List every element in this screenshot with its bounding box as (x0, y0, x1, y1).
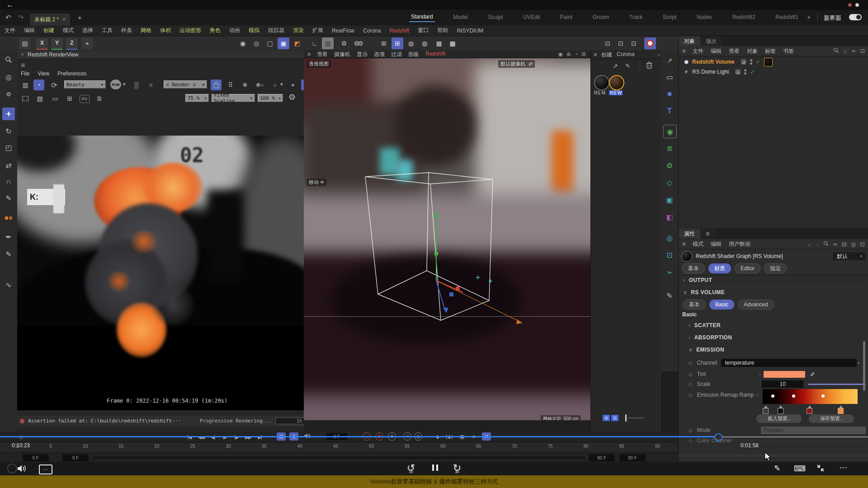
particles-tool-icon[interactable] (2, 211, 15, 224)
close-icon[interactable]: × (21, 52, 24, 58)
shader-tab[interactable]: Editor (735, 263, 760, 273)
materials-menu-item[interactable]: Corona (617, 51, 634, 59)
menu-item[interactable]: 窗口 (418, 27, 429, 34)
brush-tool-icon[interactable]: ✒ (2, 230, 15, 243)
layout-tab[interactable]: Sculpt (486, 13, 505, 22)
hamburger-icon[interactable]: ≡ (682, 241, 685, 247)
target-icon[interactable]: ◎ (851, 241, 856, 248)
search-icon[interactable] (823, 241, 829, 248)
pattern-circle2-icon[interactable]: ◍ (419, 38, 430, 49)
objects-menu-item[interactable]: 查看 (729, 47, 740, 55)
viewport-menu-item[interactable]: 显示 (357, 51, 368, 58)
axis-y-button[interactable]: Y (51, 38, 63, 50)
mode-dropdown[interactable]: Replace (761, 427, 866, 434)
menu-item[interactable]: 编辑 (24, 27, 35, 34)
pause-button[interactable] (431, 465, 439, 471)
ramp-knot[interactable] (792, 394, 795, 398)
renderview-tab[interactable]: × Redshift RenderView (17, 51, 304, 59)
render-tag-icon[interactable]: ◪ (741, 59, 746, 65)
section-absorption[interactable]: ›ABSORPTION (689, 334, 732, 341)
menu-item[interactable]: 选择 (82, 27, 93, 34)
attributes-menu-item[interactable]: 模式 (693, 240, 703, 248)
rgb-channel-button[interactable]: RGB (110, 80, 121, 89)
more-options-icon[interactable]: ⋯ (839, 463, 847, 473)
layout-tab[interactable]: Model (451, 13, 470, 22)
layout-tab[interactable]: Standard (409, 12, 435, 22)
volume-generator-icon[interactable]: ◉ (663, 125, 677, 138)
renderview-menu-item[interactable]: View (38, 70, 49, 77)
video-progress-handle[interactable] (714, 433, 722, 441)
tint-color-swatch[interactable] (764, 371, 805, 378)
region-dropdown-icon[interactable]: ▾ (280, 81, 283, 87)
objects-menu-item[interactable]: 书签 (783, 47, 794, 55)
volume-gear-icon[interactable]: ⚙ (663, 159, 676, 172)
hamburger-icon[interactable]: ≡ (682, 48, 685, 54)
range-start-field[interactable]: 0 F (23, 454, 49, 461)
size-slider-handle[interactable] (625, 414, 627, 422)
render-tag-icon[interactable]: ◪ (735, 69, 741, 75)
edit-pencil-icon[interactable]: ✎ (625, 62, 630, 69)
view-label[interactable]: 透视视图 (307, 60, 331, 68)
menu-item[interactable]: RealFlow (332, 28, 354, 34)
rsvolume-subtab[interactable]: Basic (709, 300, 734, 310)
materials-menu-item[interactable]: 创建 (601, 51, 612, 59)
live-selection-icon[interactable]: ◎ (2, 70, 15, 83)
render-settings-icon[interactable]: ◩ (291, 38, 303, 49)
layout-tab[interactable]: Paint (558, 13, 574, 22)
snap-magnet-icon[interactable]: ∩ (2, 175, 15, 188)
display-icon[interactable]: ⊡ (663, 249, 676, 261)
danmaku-icon[interactable]: ⋯ (39, 465, 52, 474)
render-nav-dropdown[interactable]: < Render >▾ (164, 80, 207, 89)
tab-objects[interactable]: 对象 (679, 36, 700, 46)
trash-icon[interactable] (646, 61, 652, 69)
grid-snap-active-icon[interactable]: ⊞ (392, 38, 403, 49)
add-tab-icon[interactable]: + (78, 14, 82, 21)
range-end-field[interactable]: 90 F (589, 454, 615, 461)
menu-item[interactable]: 帮助 (437, 27, 448, 34)
viewport-scene[interactable]: 透视视图 默认摄像机 ⇄ 移动 ✛ 网格定距: 500 cm (304, 58, 590, 420)
shader-tab[interactable]: 指定 (764, 263, 787, 273)
ramp-marker[interactable] (778, 408, 783, 414)
preset-dropdown[interactable]: 默认 ▾ (833, 252, 866, 260)
attributes-menu-item[interactable]: 编辑 (711, 240, 722, 248)
redshift-logo-icon[interactable] (644, 38, 656, 49)
hamburger-icon[interactable]: ≡ (594, 52, 597, 58)
snapshot-icon[interactable]: ▥ (20, 80, 31, 90)
menu-item[interactable]: 扩展 (312, 27, 323, 34)
layout-tab[interactable]: Redshfit2 (731, 13, 757, 22)
viewport-menu-item[interactable]: 查看 (317, 51, 328, 58)
rsvolume-subtab[interactable]: 基本 (683, 300, 706, 310)
menu-item[interactable]: 动画 (229, 27, 240, 34)
menu-item[interactable]: Corona (363, 28, 381, 34)
attributes-menu-item[interactable]: 用户数据 (729, 240, 750, 248)
object-row-redshift-volume[interactable]: ⬢ Redshift Volume ◪ ✓ (679, 57, 868, 67)
crop-icon[interactable]: ⌗ (146, 80, 156, 90)
material-tag-thumb[interactable] (764, 58, 773, 66)
file-icon[interactable]: 🗎 (94, 93, 105, 104)
viewport-menu-item[interactable]: 摄像机 (334, 51, 350, 58)
menu-item[interactable]: 角色 (210, 27, 221, 34)
visibility-dots[interactable] (750, 59, 752, 65)
material-thumb-rsw[interactable] (609, 75, 624, 90)
rotate-tool-icon[interactable]: ↻ (2, 125, 15, 137)
pv-icon[interactable]: PV (80, 95, 90, 103)
forward-30-button[interactable]: ↻30 (451, 463, 463, 474)
video-progress-remaining[interactable] (722, 436, 868, 437)
zoom-spinner[interactable]: 75 %⇅ (185, 94, 209, 102)
viewport-menu-item[interactable]: 过滤 (391, 51, 402, 58)
hamburger-icon[interactable]: ≡ (307, 51, 311, 57)
pen-tool-icon[interactable]: ✎ (2, 192, 15, 204)
menu-item[interactable]: 模拟 (249, 27, 259, 34)
split-cube-icon[interactable]: ◧ (663, 211, 676, 223)
layout-tab[interactable]: UVEdit (521, 13, 542, 22)
object-row-rs-dome-light[interactable]: ☀ RS Dome Light ◪ ✓ (679, 67, 868, 77)
ramp-marker[interactable] (763, 408, 769, 414)
move-tool-icon[interactable]: + (2, 108, 15, 120)
panel-layout2-icon[interactable]: ⊡ (615, 38, 627, 49)
ramp-marker[interactable] (807, 408, 812, 414)
rewind-10-button[interactable]: ↺10 (405, 463, 417, 474)
menu-item[interactable]: 渲染 (293, 27, 304, 34)
image-tool-icon[interactable]: ▨ (322, 38, 334, 49)
ramp-marker[interactable] (838, 408, 844, 414)
cube-dark-icon[interactable]: ▩ (433, 38, 445, 49)
